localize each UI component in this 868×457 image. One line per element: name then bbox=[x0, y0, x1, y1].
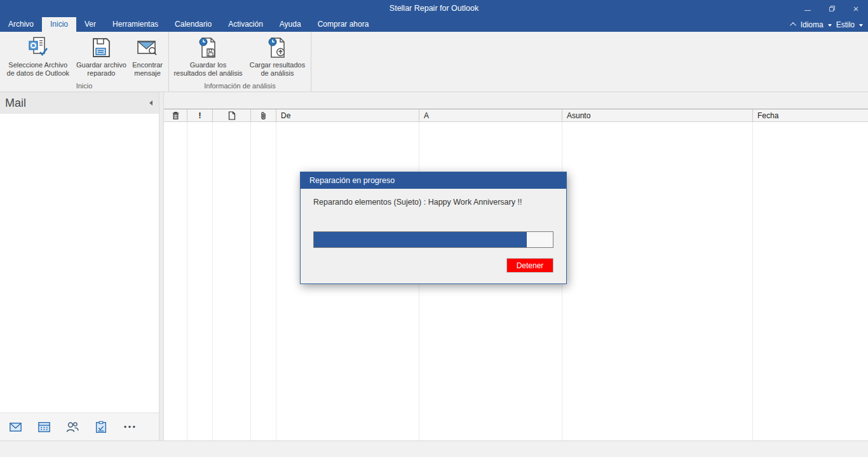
more-icon bbox=[122, 419, 137, 434]
find-message-icon bbox=[135, 36, 159, 60]
column-header-item-type[interactable] bbox=[213, 109, 251, 121]
load-scan-results-icon bbox=[266, 36, 290, 60]
mail-nav-button[interactable] bbox=[8, 419, 23, 435]
ribbon-group-inicio: Seleccione Archivo de datos de Outlook G… bbox=[0, 32, 169, 92]
ribbon-tabs: Archivo Inicio Ver Herramientas Calendar… bbox=[0, 17, 377, 32]
people-nav-button[interactable] bbox=[65, 419, 80, 435]
dialog-title: Reparación en progreso bbox=[309, 176, 395, 185]
calendar-icon bbox=[37, 419, 51, 434]
outlook-data-file-icon bbox=[26, 36, 50, 60]
tasks-icon bbox=[94, 420, 108, 434]
load-scan-results-button[interactable]: Cargar resultados de análisis bbox=[246, 33, 309, 81]
grid-column bbox=[753, 122, 868, 440]
mail-icon bbox=[8, 419, 23, 434]
minimize-button[interactable] bbox=[796, 0, 820, 17]
save-scan-results-button[interactable]: Guardar los resultados del análisis bbox=[171, 33, 246, 81]
grid-column bbox=[164, 122, 187, 440]
people-icon bbox=[65, 419, 80, 435]
style-menu[interactable]: Estilo bbox=[836, 20, 855, 29]
select-outlook-file-button[interactable]: Seleccione Archivo de datos de Outlook bbox=[1, 33, 75, 81]
menubar-right: Idioma Estilo bbox=[792, 17, 868, 32]
folder-tree-panel[interactable] bbox=[0, 114, 159, 413]
window-controls: × bbox=[796, 0, 868, 17]
calendar-nav-button[interactable] bbox=[36, 419, 51, 435]
tab-herramientas[interactable]: Herramientas bbox=[104, 17, 166, 32]
app-title: Stellar Repair for Outlook bbox=[0, 0, 868, 17]
tab-archivo[interactable]: Archivo bbox=[0, 17, 42, 32]
grid-column bbox=[562, 122, 753, 440]
titlebar: Stellar Repair for Outlook × bbox=[0, 0, 868, 17]
attachment-icon bbox=[260, 111, 267, 120]
style-dropdown-icon[interactable] bbox=[859, 24, 863, 27]
status-bar bbox=[0, 440, 868, 457]
ribbon-group-informacion-de-analisis: Guardar los resultados del análisis bbox=[169, 32, 311, 92]
column-header-de[interactable]: De bbox=[276, 109, 419, 121]
save-scan-results-icon bbox=[196, 36, 220, 60]
tab-calendario[interactable]: Calendario bbox=[166, 17, 220, 32]
progress-fill bbox=[314, 232, 527, 247]
more-nav-button[interactable] bbox=[122, 419, 137, 435]
tab-comprar-ahora[interactable]: Comprar ahora bbox=[309, 17, 377, 32]
restore-button[interactable] bbox=[820, 0, 844, 17]
save-repaired-file-icon bbox=[89, 36, 113, 60]
document-icon bbox=[228, 111, 236, 120]
restore-icon bbox=[829, 6, 835, 11]
close-button[interactable]: × bbox=[844, 0, 868, 17]
sidebar-title: Mail bbox=[5, 97, 26, 110]
tab-ver[interactable]: Ver bbox=[76, 17, 104, 32]
menubar: Archivo Inicio Ver Herramientas Calendar… bbox=[0, 17, 868, 32]
load-scan-results-label: Cargar resultados de análisis bbox=[250, 61, 305, 78]
tab-inicio[interactable]: Inicio bbox=[42, 17, 76, 32]
dialog-titlebar: Reparación en progreso bbox=[301, 172, 566, 189]
dialog-message: Reparando elementos (Sujeto) : Happy Wor… bbox=[313, 198, 522, 207]
splitter[interactable] bbox=[159, 92, 164, 440]
language-dropdown-icon[interactable] bbox=[828, 24, 832, 27]
tab-ayuda[interactable]: Ayuda bbox=[271, 17, 309, 32]
find-message-label: Encontrar mensaje bbox=[132, 61, 163, 78]
sidebar-nav bbox=[0, 413, 159, 440]
grid-column bbox=[187, 122, 213, 440]
grid-column bbox=[251, 122, 276, 440]
column-header-a[interactable]: A bbox=[419, 109, 562, 121]
select-outlook-file-label: Seleccione Archivo de datos de Outlook bbox=[7, 61, 69, 78]
ribbon-empty-area bbox=[311, 32, 868, 92]
grid-column bbox=[213, 122, 251, 440]
tab-activacion[interactable]: Activación bbox=[220, 17, 271, 32]
column-header-deleted[interactable] bbox=[164, 109, 187, 121]
stop-button[interactable]: Detener bbox=[506, 258, 553, 273]
save-repaired-file-label: Guardar archivo reparado bbox=[76, 61, 126, 78]
save-scan-results-label: Guardar los resultados del análisis bbox=[173, 61, 242, 78]
close-icon: × bbox=[853, 4, 859, 13]
ribbon-group-label-informacion: Información de análisis bbox=[170, 81, 309, 92]
priority-icon: ! bbox=[199, 111, 201, 120]
column-header-asunto[interactable]: Asunto bbox=[562, 109, 753, 121]
column-header-attachment[interactable] bbox=[251, 109, 276, 121]
find-message-button[interactable]: Encontrar mensaje bbox=[128, 33, 167, 81]
message-list-header: ! De A Asunto Fecha bbox=[164, 109, 868, 122]
column-header-fecha[interactable]: Fecha bbox=[753, 109, 868, 121]
save-repaired-file-button[interactable]: Guardar archivo reparado bbox=[75, 33, 128, 81]
app-window: Stellar Repair for Outlook × Archivo Ini… bbox=[0, 0, 868, 457]
progress-bar bbox=[313, 231, 553, 248]
sidebar-header: Mail bbox=[0, 92, 159, 114]
language-menu[interactable]: Idioma bbox=[801, 20, 824, 29]
repair-progress-dialog: Reparación en progreso Reparando element… bbox=[300, 172, 567, 284]
collapse-ribbon-icon[interactable] bbox=[790, 22, 796, 29]
ribbon-group-label-inicio: Inicio bbox=[1, 81, 167, 92]
tasks-nav-button[interactable] bbox=[93, 419, 109, 435]
trash-icon bbox=[172, 111, 180, 120]
ribbon: Seleccione Archivo de datos de Outlook G… bbox=[0, 32, 868, 92]
collapse-sidebar-icon[interactable] bbox=[149, 100, 153, 106]
sidebar: Mail bbox=[0, 92, 159, 440]
column-header-priority[interactable]: ! bbox=[187, 109, 213, 121]
list-top-strip bbox=[164, 92, 868, 109]
minimize-icon bbox=[804, 10, 811, 11]
